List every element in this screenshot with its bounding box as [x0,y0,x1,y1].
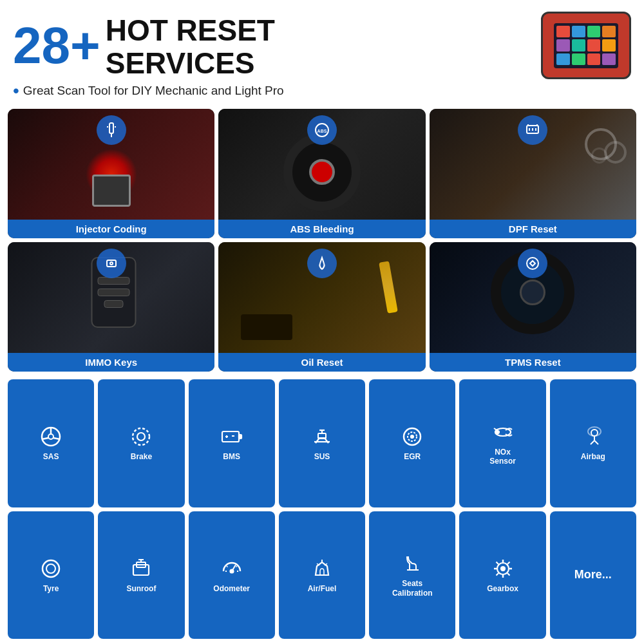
tile-nox-sensor[interactable]: NOx Sensor [459,379,545,507]
card-abs-image: ABS [218,109,425,220]
key-btn-2 [97,289,129,296]
wheel-visual [283,133,361,211]
card-oil-reset[interactable]: Oil Reset [218,242,425,372]
card-abs-bleeding[interactable]: ABS ABS Bleeding [218,109,425,238]
header-left: 28+ HOT RESET SERVICES • Great Scan Tool… [13,12,284,100]
svg-rect-22 [222,431,239,442]
tyre-icon [39,557,62,580]
card-dpf-reset[interactable]: DPF Reset [430,109,636,238]
svg-point-16 [48,434,53,439]
tile-brake[interactable]: Brake [98,379,184,507]
tpms-label: TPMS Reset [430,353,636,372]
tile-egr[interactable]: EGR [369,379,455,507]
odometer-icon [220,557,243,580]
tile-6 [572,39,585,52]
tile-odometer[interactable]: Odometer [189,511,275,639]
card-dpf-image [430,109,636,220]
tile-5 [556,39,570,52]
airfuel-icon [310,557,334,580]
main-container: 28+ HOT RESET SERVICES • Great Scan Tool… [0,0,644,644]
card-tpms-image [430,242,636,353]
svg-rect-12 [107,260,116,267]
dpf-badge [518,115,547,145]
card-injector-coding[interactable]: Injector Coding [8,109,214,238]
tile-airfuel[interactable]: Air/Fuel [279,511,365,639]
tile-11 [587,53,601,66]
device-image [541,12,631,79]
svg-point-34 [591,430,598,436]
abs-badge: ABS [307,115,337,145]
svg-point-32 [497,431,499,433]
svg-point-30 [411,435,413,438]
steering-icon [39,425,62,448]
key-btn-3 [104,300,123,308]
brake-icon [129,425,153,448]
tile-bms[interactable]: BMS [189,379,275,507]
bullet-dot: • [13,82,19,100]
title-row: 28+ HOT RESET SERVICES [13,12,284,79]
tyre-label: Tyre [43,584,59,593]
sunroof-icon [129,557,153,580]
dpf-label: DPF Reset [430,220,636,238]
svg-point-20 [133,428,149,445]
hot-reset-title: HOT RESET SERVICES [106,14,275,79]
immo-label: IMMO Keys [8,353,214,372]
tile-3 [587,26,601,38]
tile-10 [572,53,585,66]
tile-sus[interactable]: SUS [279,379,365,507]
egr-icon [401,425,424,448]
services-row-2: Tyre Sunroof [8,511,636,639]
svg-line-18 [42,438,48,439]
card-injector-image [8,109,214,220]
tile-gearbox[interactable]: Gearbox [459,511,545,639]
tile-sunroof[interactable]: Sunroof [98,511,184,639]
abs-label: ABS Bleeding [218,220,425,238]
svg-point-37 [46,564,55,573]
svg-point-35 [588,427,601,436]
oil-stream [379,261,398,314]
tile-sas[interactable]: SAS [8,379,94,507]
injector-badge [97,115,126,145]
smoke-3 [591,147,607,164]
svg-point-13 [110,262,113,265]
more-label: More... [574,568,612,582]
tpms-badge [518,249,547,278]
tile-tyre[interactable]: Tyre [8,511,94,639]
tile-2 [572,26,585,38]
tile-8 [602,39,616,52]
svg-line-47 [236,566,237,567]
tile-4 [602,26,616,38]
subtitle: • Great Scan Tool for DIY Mechanic and L… [13,82,284,100]
svg-point-14 [527,258,538,269]
svg-point-49 [501,567,505,571]
brake-caliper [309,159,335,185]
airbag-icon [582,425,605,448]
battery-icon [220,425,243,448]
services-row-1: SAS Brake BMS [8,379,636,507]
header: 28+ HOT RESET SERVICES • Great Scan Tool… [0,0,644,105]
svg-rect-38 [133,565,149,575]
card-oil-image [218,242,425,353]
nox-label: NOx Sensor [489,448,516,466]
bms-label: BMS [223,452,240,461]
oil-badge [307,249,337,278]
egr-label: EGR [404,452,421,461]
gearbox-label: Gearbox [487,584,518,593]
tpms-hub [520,279,545,305]
immo-badge [97,249,126,278]
tile-1 [556,26,570,38]
services-bottom: SAS Brake BMS [0,375,644,644]
svg-point-21 [137,433,145,440]
svg-point-36 [43,560,59,577]
tile-7 [587,39,601,52]
oil-container [241,314,292,340]
tile-seats-calibration[interactable]: Seats Calibration [369,511,455,639]
sunroof-label: Sunroof [126,584,156,593]
tile-more[interactable]: More... [550,511,636,639]
tile-12 [602,53,616,66]
card-tpms-reset[interactable]: TPMS Reset [430,242,636,372]
tile-airbag[interactable]: Airbag [550,379,636,507]
injector-label: Injector Coding [8,220,214,238]
card-immo-keys[interactable]: IMMO Keys [8,242,214,372]
svg-text:ABS: ABS [317,129,327,133]
